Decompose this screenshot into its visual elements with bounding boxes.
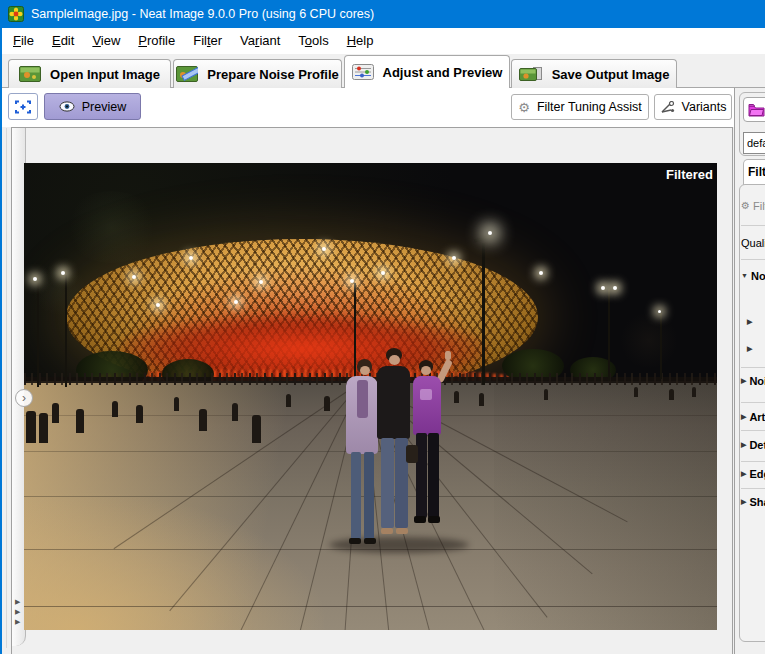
row-noise-reduction-amounts[interactable]: ▼ Noise Reduction Amounts	[741, 268, 765, 284]
light-glow	[234, 300, 238, 304]
row-label: Artifact Removal	[749, 409, 765, 425]
preview-photo[interactable]: Filtered	[24, 163, 717, 630]
light-glow	[452, 256, 456, 260]
pedestrian	[26, 411, 36, 443]
separator	[741, 367, 765, 368]
separator	[741, 402, 765, 403]
separator	[741, 461, 765, 462]
row-label: Detail Recovery	[749, 437, 765, 453]
lamp-post	[37, 281, 39, 387]
row-label: Quality	[741, 235, 765, 251]
chevron-right-icon[interactable]: ▶	[15, 618, 20, 626]
chevron-right-icon[interactable]: ▶	[15, 608, 20, 616]
lens-flare	[619, 313, 679, 368]
light-glow	[658, 310, 661, 313]
open-profile-button[interactable]	[743, 97, 765, 122]
person-right-leg	[428, 433, 439, 518]
preview-toggle-button[interactable]: Preview	[44, 93, 141, 120]
title-bar[interactable]: SampleImage.jpg - Neat Image 9.0.0 Pro (…	[0, 0, 765, 28]
pedestrian	[454, 391, 459, 403]
chevron-right-icon: ›	[22, 391, 26, 405]
expand-panel-button[interactable]: ›	[15, 389, 33, 407]
separator	[741, 488, 765, 489]
chevron-right-icon[interactable]: ▶	[15, 598, 20, 606]
row-label: Noise Reduction Amounts	[751, 268, 765, 284]
menu-accel: V	[92, 33, 100, 48]
menu-file[interactable]: File	[4, 30, 43, 52]
menu-label-part: iant	[259, 33, 280, 48]
light-glow	[601, 286, 605, 290]
pedestrian	[136, 405, 143, 423]
variants-branch-icon	[660, 101, 675, 114]
person-left-top	[357, 380, 368, 418]
pedestrian	[232, 403, 238, 421]
menu-filter[interactable]: Filter	[184, 30, 231, 52]
menu-label-part: ile	[21, 33, 34, 48]
person-middle-bag	[406, 445, 418, 463]
triangle-right-icon: ▶	[741, 437, 746, 453]
person-middle-sandal	[396, 528, 408, 534]
row-sub-item[interactable]: ▶	[747, 314, 755, 330]
row-sharpening[interactable]: ▶ Sharpening	[741, 494, 765, 510]
pedestrian	[39, 413, 48, 443]
tab-filter-settings[interactable]: Filter Settings	[743, 159, 765, 185]
person-right-shoe	[414, 516, 426, 523]
pedestrian	[174, 397, 179, 411]
menu-label-part: Fil	[193, 33, 207, 48]
menu-profile[interactable]: Profile	[129, 30, 184, 52]
row-label: Edge Smoothing	[749, 466, 765, 482]
row-noise-levels[interactable]: ▶ Noise Levels	[741, 373, 765, 389]
light-glow	[259, 280, 263, 284]
pedestrian	[692, 387, 696, 397]
preview-button-label: Preview	[82, 100, 126, 114]
menu-tools[interactable]: Tools	[289, 30, 337, 52]
triangle-down-icon: ▼	[741, 268, 748, 284]
triangle-right-icon: ▶	[747, 314, 752, 330]
profile-name-input[interactable]	[743, 132, 765, 154]
person-left-shoe	[349, 538, 361, 544]
tab-save-output-image[interactable]: Save Output Image	[511, 59, 677, 88]
variants-button[interactable]: Variants	[654, 94, 732, 120]
row-label: Filter Preset	[753, 198, 765, 214]
filter-tuning-assist-button[interactable]: ⚙ Filter Tuning Assist	[511, 94, 649, 120]
menu-help[interactable]: Help	[338, 30, 383, 52]
person-left-face	[360, 366, 370, 375]
preview-area: › ▶ ▶ ▶	[11, 127, 733, 654]
tab-prepare-noise-profile[interactable]: Prepare Noise Profile	[173, 59, 342, 88]
light-glow	[132, 275, 136, 279]
row-edge-smoothing[interactable]: ▶ Edge Smoothing	[741, 466, 765, 482]
pedestrian	[199, 409, 207, 431]
fit-to-window-button[interactable]	[8, 93, 38, 120]
pedestrian	[52, 403, 59, 423]
triangle-right-icon: ▶	[741, 494, 746, 510]
tab-open-input-image[interactable]: Open Input Image	[8, 59, 171, 88]
menu-label-part: ols	[312, 33, 329, 48]
row-artifact-removal[interactable]: ▶ Artifact Removal	[741, 409, 765, 425]
tab-label: Open Input Image	[50, 67, 160, 82]
menu-variant[interactable]: Variant	[231, 30, 289, 52]
menu-view[interactable]: View	[83, 30, 129, 52]
person-left-leg	[364, 452, 374, 540]
row-sub-item[interactable]: ▶	[747, 341, 755, 357]
row-detail-recovery[interactable]: ▶ Detail Recovery	[741, 437, 765, 453]
workflow-tab-bar: Open Input Image Prepare Noise Profile A…	[2, 54, 765, 88]
tab-adjust-and-preview[interactable]: Adjust and Preview	[344, 55, 510, 88]
tab-label: Save Output Image	[552, 67, 670, 82]
separator	[741, 430, 765, 431]
pedestrian	[669, 389, 674, 400]
light-glow	[322, 247, 326, 251]
menu-accel: H	[347, 33, 356, 48]
lamp-post	[608, 289, 610, 381]
adjust-sliders-icon	[352, 64, 374, 80]
pedestrian	[324, 396, 330, 411]
lamp-post	[354, 283, 356, 383]
row-quality[interactable]: Quality	[741, 235, 765, 251]
variants-label: Variants	[682, 100, 727, 114]
left-gutter-line	[6, 128, 7, 648]
person-right-peace-hand	[445, 351, 451, 360]
gear-icon: ⚙	[518, 100, 530, 115]
row-filter-preset[interactable]: ⚙ Filter Preset	[741, 198, 765, 214]
triangle-right-icon: ▶	[747, 341, 752, 357]
light-glow	[488, 231, 492, 235]
menu-edit[interactable]: Edit	[43, 30, 83, 52]
